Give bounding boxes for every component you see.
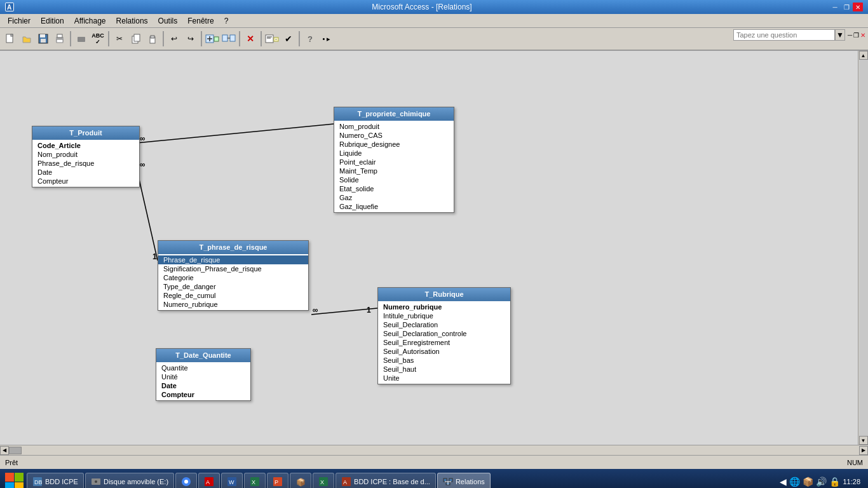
field-Solide[interactable]: Solide xyxy=(334,175,454,184)
menu-fichier[interactable]: Fichier xyxy=(3,15,36,27)
field-Seuil_Autorisation[interactable]: Seuil_Autorisation xyxy=(378,347,510,356)
toolbar-show-all[interactable] xyxy=(221,31,236,46)
field-Date-1[interactable]: Date xyxy=(32,168,139,177)
toolbar-help[interactable]: ? xyxy=(302,31,318,46)
field-Seuil_bas[interactable]: Seuil_bas xyxy=(378,356,510,365)
scroll-right-button[interactable]: ▶ xyxy=(859,446,868,455)
menu-relations[interactable]: Relations xyxy=(111,15,153,27)
taskbar-word[interactable]: W xyxy=(221,473,243,488)
field-Numero_rubrique-1[interactable]: Numero_rubrique xyxy=(158,300,308,309)
close-button[interactable]: ✕ xyxy=(853,3,863,11)
table-T_phrase_de_risque: T_phrase_de_risque Phrase_de_risque Sign… xyxy=(158,240,309,311)
field-Seuil_Declaration[interactable]: Seuil_Declaration xyxy=(378,320,510,329)
tray-show-hidden[interactable]: ◀ xyxy=(780,477,787,487)
menu-window-restore[interactable]: ❐ xyxy=(853,32,859,39)
field-Code_Article[interactable]: Code_Article xyxy=(32,141,139,150)
toolbar-delete[interactable]: ✕ xyxy=(243,31,258,46)
field-Unite-2[interactable]: Unité xyxy=(156,372,250,381)
field-Compteur-1[interactable]: Compteur xyxy=(32,177,139,186)
field-Gaz[interactable]: Gaz xyxy=(334,193,454,202)
toolbar-new[interactable] xyxy=(3,31,18,46)
restore-button[interactable]: ❐ xyxy=(841,3,851,11)
toolbar-add-table[interactable] xyxy=(205,31,220,46)
taskbar-acrobat-icon: A xyxy=(204,477,214,487)
taskbar-relations[interactable]: Relations xyxy=(437,473,491,488)
toolbar-properties[interactable] xyxy=(264,31,280,46)
menu-edition[interactable]: Edition xyxy=(36,15,69,27)
help-dropdown-button[interactable]: ▼ xyxy=(835,29,845,41)
field-Etat_solide[interactable]: Etat_solide xyxy=(334,184,454,193)
field-Seuil_haut[interactable]: Seuil_haut xyxy=(378,365,510,374)
taskbar-bbd-icpe[interactable]: DB BDD ICPE xyxy=(27,473,84,488)
scroll-thumb-horizontal[interactable] xyxy=(9,447,22,454)
field-Seuil_Enregistrement[interactable]: Seuil_Enregistrement xyxy=(378,338,510,347)
menu-window-min[interactable]: ─ xyxy=(848,32,852,39)
start-button[interactable] xyxy=(3,471,25,488)
field-Signification_Phrase[interactable]: Signification_Phrase_de_risque xyxy=(158,264,308,273)
field-Unite[interactable]: Unite xyxy=(378,374,510,383)
toolbar-spell[interactable]: ABC✓ xyxy=(90,31,105,46)
field-Liquide[interactable]: Liquide xyxy=(334,149,454,158)
tray-network[interactable]: 🌐 xyxy=(789,477,800,487)
menu-fenetre[interactable]: Fenêtre xyxy=(182,15,219,27)
field-Phrase_de_risque-2[interactable]: Phrase_de_risque xyxy=(158,255,308,264)
taskbar-chrome[interactable] xyxy=(175,473,197,488)
tray-volume[interactable]: 🔊 xyxy=(816,477,827,487)
field-Quantite[interactable]: Quantite xyxy=(156,363,250,372)
field-Nom_produit-1[interactable]: Nom_produit xyxy=(32,150,139,159)
app-logo: A xyxy=(5,3,14,11)
svg-text:📦: 📦 xyxy=(296,477,306,487)
field-Maint_Temp[interactable]: Maint_Temp xyxy=(334,166,454,175)
field-Categorie[interactable]: Categorie xyxy=(158,273,308,282)
toolbar-save[interactable] xyxy=(36,31,51,46)
horizontal-scrollbar[interactable]: ◀ ▶ xyxy=(0,445,868,455)
toolbar-cut[interactable]: ✂ xyxy=(112,31,127,46)
toolbar-help2[interactable]: • ▸ xyxy=(319,31,334,46)
toolbar-copy[interactable] xyxy=(128,31,144,46)
svg-rect-9 xyxy=(57,39,63,43)
toolbar-print[interactable] xyxy=(52,31,67,46)
field-Seuil_Declaration_controle[interactable]: Seuil_Declaration_controle xyxy=(378,329,510,338)
tray-security[interactable]: 🔒 xyxy=(829,477,840,487)
menu-window-close[interactable]: ✕ xyxy=(860,32,865,39)
field-Numero_CAS[interactable]: Numero_CAS xyxy=(334,131,454,140)
taskbar-access-main[interactable]: A BDD ICPE : Base de d... xyxy=(336,473,436,488)
toolbar-open[interactable] xyxy=(19,31,34,46)
taskbar-excel2[interactable]: X xyxy=(313,473,334,488)
tray-dropbox-tray[interactable]: 📦 xyxy=(803,477,813,487)
taskbar-ppt[interactable]: P xyxy=(267,473,288,488)
menu-affichage[interactable]: Affichage xyxy=(69,15,111,27)
field-Compteur-2[interactable]: Compteur xyxy=(156,390,250,399)
scroll-down-button[interactable]: ▼ xyxy=(859,436,868,445)
field-Type_de_danger[interactable]: Type_de_danger xyxy=(158,282,308,291)
field-Phrase_de_risque-1[interactable]: Phrase_de_risque xyxy=(32,159,139,168)
taskbar-bbd-icpe-label: BDD ICPE xyxy=(45,478,78,485)
minimize-button[interactable]: ─ xyxy=(830,3,840,11)
field-Rubrique_designee[interactable]: Rubrique_designee xyxy=(334,140,454,149)
field-Regle_de_cumul[interactable]: Regle_de_cumul xyxy=(158,291,308,300)
svg-line-27 xyxy=(137,124,334,143)
toolbar-undo[interactable]: ↩ xyxy=(166,31,182,46)
field-Numero_rubrique-2[interactable]: Numero_rubrique xyxy=(378,302,510,311)
field-Date-2[interactable]: Date xyxy=(156,381,250,390)
field-Gaz_liquefie[interactable]: Gaz_liquefie xyxy=(334,202,454,211)
menu-outils[interactable]: Outils xyxy=(153,15,183,27)
taskbar-excel[interactable]: X xyxy=(244,473,266,488)
svg-rect-19 xyxy=(222,35,227,41)
toolbar-redo[interactable]: ↪ xyxy=(183,31,198,46)
scroll-left-button[interactable]: ◀ xyxy=(0,446,9,455)
menu-help[interactable]: ? xyxy=(219,15,234,27)
taskbar-dropbox[interactable]: 📦 xyxy=(290,473,311,488)
vertical-scrollbar[interactable]: ▲ ▼ xyxy=(858,51,868,445)
help-search-input[interactable] xyxy=(733,29,835,41)
field-Intitule_rubrique[interactable]: Intitule_rubrique xyxy=(378,311,510,320)
field-Point_eclair[interactable]: Point_eclair xyxy=(334,158,454,166)
toolbar-sep-3 xyxy=(163,31,164,46)
toolbar-check[interactable]: ✔ xyxy=(281,31,296,46)
taskbar-acrobat[interactable]: A xyxy=(198,473,220,488)
taskbar-disque[interactable]: Disque amovible (E:) xyxy=(85,473,174,488)
toolbar-print2[interactable] xyxy=(74,31,89,46)
scroll-up-button[interactable]: ▲ xyxy=(859,51,868,60)
toolbar-paste[interactable] xyxy=(145,31,160,46)
field-Nom_produit-2[interactable]: Nom_produit xyxy=(334,122,454,131)
